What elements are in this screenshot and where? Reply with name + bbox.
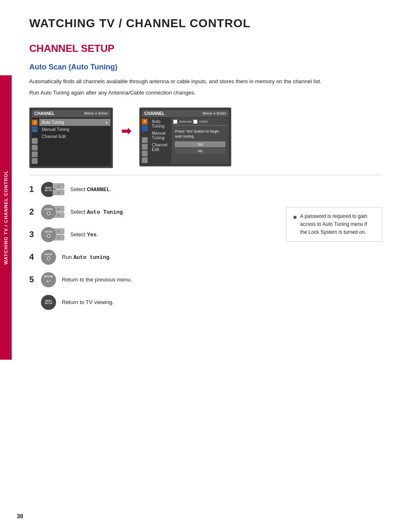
page-number: 38: [17, 513, 23, 519]
step-4-keyword: Auto tuning: [73, 254, 109, 261]
tv-icon-3: [32, 138, 38, 144]
menu-setup-btn-2[interactable]: MENU/SET UP: [41, 295, 56, 310]
tv-r-icon-4: [142, 144, 148, 150]
step-4-number: 4: [29, 252, 35, 262]
tv-right-menu-item-2: Manual Tuning: [149, 130, 170, 141]
down-arrow-1[interactable]: ∨: [53, 189, 64, 195]
return-arrow-icon: ↩: [46, 278, 51, 284]
enter-btn-2[interactable]: ENTER: [41, 205, 56, 220]
subsection-title: Auto Scan (Auto Tuning): [29, 63, 382, 72]
tv-icon-4: [32, 145, 38, 151]
tv-ui-right-body: ⚙ Auto Tuning Manual Tuning: [142, 118, 229, 164]
note-box: ■ A password is required to gain access …: [286, 207, 382, 242]
section-title: CHANNEL SETUP: [29, 43, 382, 54]
tv-ui-right-title: CHANNEL: [144, 111, 165, 116]
tv-icon-1: ⚙: [32, 120, 38, 125]
step-6-text: Return to TV viewing.: [62, 298, 114, 307]
menu-setup-label-1: MENU/SET UP: [45, 187, 52, 192]
enter-label-2: ENTER: [45, 208, 52, 211]
note-item: ■ A password is required to gain access …: [293, 212, 375, 237]
step-2-text: Select Auto Tuning.: [70, 208, 124, 217]
main-content: WATCHING TV / CHANNEL CONTROL CHANNEL SE…: [17, 0, 399, 334]
enter-label-4: ENTER: [45, 253, 52, 256]
tv-ui-left-header: CHANNEL Move ● Enter: [32, 110, 110, 117]
tv-ui-left-title: CHANNEL: [34, 111, 55, 116]
step-1: 1 MENU/SET UP ∧ ∨ Select CHANNEL.: [29, 182, 240, 197]
tv-ui-sub-panel: Antenna Cable Press 'Yes' button to begi…: [171, 118, 229, 164]
menu-setup-label-2: MENU/SET UP: [45, 300, 52, 304]
step-1-buttons: MENU/SET UP ∧ ∨: [41, 182, 64, 197]
step-5-number: 5: [29, 275, 35, 284]
yes-btn[interactable]: Yes: [175, 141, 225, 147]
step-2-number: 2: [29, 207, 35, 217]
cable-label: Cable: [199, 120, 208, 123]
tv-icon-2: 📺: [32, 126, 38, 132]
side-tab-text: WATCHING TV / CHANNEL CONTROL: [3, 170, 8, 264]
tv-right-menu-item-1: Auto Tuning: [149, 118, 170, 130]
tv-icon-6: [32, 158, 38, 164]
step-3-buttons: ENTER ∧ ∨: [41, 227, 64, 242]
step-5: 5 RETURN ↩ Return to the previous menu.: [29, 272, 240, 287]
enter-label-3: ENTER: [45, 231, 52, 233]
tv-r-icon-1: ⚙: [142, 119, 148, 125]
step-2-buttons: ENTER ∧ ∨: [41, 205, 64, 220]
body-text-2: Run Auto Tuning again after any Antenna/…: [29, 89, 382, 97]
step-2-keyword: Auto Tuning: [87, 209, 123, 215]
arrow-right: ➡: [121, 124, 131, 138]
tv-ui-left: CHANNEL Move ● Enter ⚙ 📺: [29, 107, 113, 168]
enter-circle-4: [46, 256, 51, 261]
step-1-text: Select CHANNEL.: [70, 185, 111, 194]
step-3: 3 ENTER ∧ ∨ Select Yes.: [29, 227, 240, 242]
tv-right-menu-item-3: Channel Edit: [149, 141, 170, 153]
tv-ui-right: CHANNEL Move ● Enter ⚙ Auto Tuning: [139, 107, 231, 166]
tv-ui-left-menu: ⚙ 📺 Auto Tuning ● M: [32, 118, 110, 166]
steps-with-note: 1 MENU/SET UP ∧ ∨ Select CHANNEL. 2: [29, 182, 382, 317]
note-text: A password is required to gain access to…: [300, 212, 375, 237]
body-text-1: Automatically finds all channels availab…: [29, 77, 382, 86]
enter-btn-4[interactable]: ENTER: [41, 250, 56, 265]
step-6: 6 MENU/SET UP Return to TV viewing.: [29, 295, 240, 310]
no-btn[interactable]: No: [175, 148, 225, 154]
tv-r-icon-6: [142, 157, 148, 163]
screenshots-area: CHANNEL Move ● Enter ⚙ 📺: [29, 107, 382, 168]
step-3-text: Select Yes.: [70, 230, 98, 239]
separator: [29, 175, 382, 175]
nav-arrows-1: ∧ ∨: [53, 183, 64, 195]
tv-ui-right-nav: Move ● Enter: [203, 111, 226, 115]
step-4: 4 ENTER Run Auto tuning.: [29, 250, 240, 265]
step-4-buttons: ENTER: [41, 250, 56, 265]
steps-left: 1 MENU/SET UP ∧ ∨ Select CHANNEL. 2: [29, 182, 240, 317]
step-3-keyword: Yes: [87, 232, 97, 238]
tv-prompt-text: Press 'Yes' button to begin auto tuning.: [173, 128, 227, 141]
steps-right: ■ A password is required to gain access …: [253, 199, 382, 242]
tv-ui-right-header: CHANNEL Move ● Enter: [142, 110, 229, 117]
tv-left-menu-item-1: Auto Tuning ●: [39, 119, 110, 126]
step-2: 2 ENTER ∧ ∨ Select Auto Tuning.: [29, 205, 240, 220]
tv-icon-5: [32, 151, 38, 157]
step-5-text: Return to the previous menu.: [62, 276, 132, 284]
tv-r-icon-2: [142, 125, 148, 131]
tv-ui-left-nav: Move ● Enter: [84, 111, 108, 115]
note-bullet: ■: [293, 212, 297, 237]
step-3-number: 3: [29, 230, 35, 239]
step-1-keyword: CHANNEL: [87, 187, 110, 193]
tv-left-menu-item-2: Manual Tuning: [39, 126, 110, 133]
enter-circle-3: [46, 234, 51, 238]
return-btn[interactable]: RETURN ↩: [41, 272, 56, 287]
step-1-number: 1: [29, 184, 35, 194]
side-tab: WATCHING TV / CHANNEL CONTROL: [0, 75, 12, 360]
up-arrow-1[interactable]: ∧: [53, 183, 64, 189]
step-4-text: Run Auto tuning.: [62, 253, 111, 262]
tv-r-icon-3: [142, 137, 148, 143]
enter-circle-2: [46, 211, 51, 215]
antenna-checkbox: [173, 120, 177, 124]
page-title: WATCHING TV / CHANNEL CONTROL: [29, 17, 382, 30]
enter-btn-3[interactable]: ENTER: [41, 227, 56, 242]
cable-checkbox: [193, 120, 197, 124]
antenna-label: Antenna: [179, 120, 192, 123]
tv-left-menu-item-3: Channel Edit: [39, 133, 110, 140]
tv-r-icon-5: [142, 151, 148, 156]
